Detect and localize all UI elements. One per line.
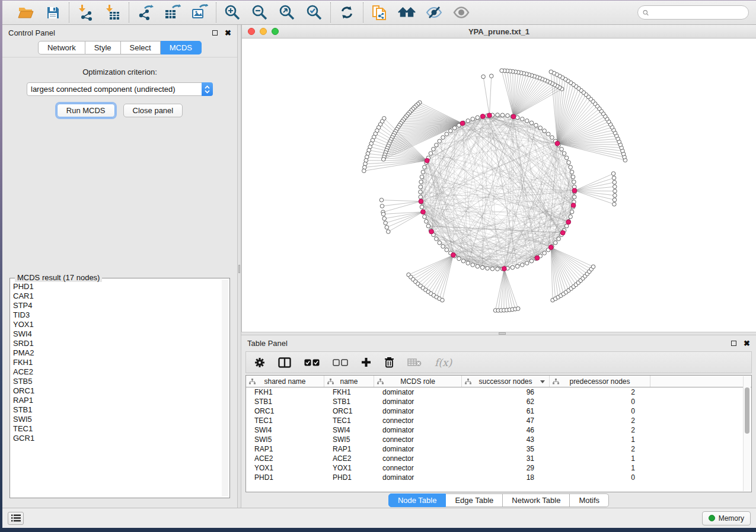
close-panel-icon[interactable]: ✖ — [225, 29, 231, 37]
table-tab-edge-table[interactable]: Edge Table — [446, 493, 503, 507]
duplicate-network-icon[interactable] — [371, 4, 388, 21]
cell-shared-name[interactable]: SWI4 — [246, 425, 324, 435]
task-history-button[interactable] — [8, 512, 24, 525]
mcds-result-item[interactable]: TID3 — [11, 310, 221, 320]
delete-table-icon[interactable] — [407, 358, 422, 367]
cell-predecessor-nodes[interactable]: 2 — [550, 387, 650, 397]
table-scrollbar[interactable] — [743, 376, 751, 491]
close-panel-button[interactable]: Close panel — [123, 104, 183, 117]
table-row[interactable]: FKH1FKH1dominator962 — [246, 387, 751, 397]
cell-MCDS-role[interactable]: dominator — [374, 406, 462, 416]
cell-name[interactable]: SWI5 — [324, 435, 374, 444]
table-row[interactable]: ACE2ACE2connector311 — [246, 454, 751, 463]
mcds-result-item[interactable]: STP4 — [11, 301, 221, 310]
cell-predecessor-nodes[interactable]: 2 — [550, 444, 650, 454]
select-all-checkboxes-icon[interactable] — [304, 359, 320, 366]
table-tab-motifs[interactable]: Motifs — [570, 493, 609, 507]
cell-predecessor-nodes[interactable]: 2 — [550, 425, 650, 435]
mcds-result-item[interactable]: RAP1 — [11, 396, 221, 405]
cell-name[interactable]: TEC1 — [324, 416, 374, 425]
cell-shared-name[interactable]: ACE2 — [246, 454, 324, 463]
splitter-handle[interactable] — [499, 332, 506, 335]
cell-shared-name[interactable]: ORC1 — [246, 406, 324, 416]
delete-column-icon[interactable] — [384, 357, 394, 368]
hide-selected-icon[interactable] — [425, 4, 443, 21]
mcds-result-item[interactable]: TEC1 — [11, 424, 221, 434]
cell-successor-nodes[interactable]: 61 — [462, 406, 550, 416]
export-image-icon[interactable] — [191, 4, 209, 21]
cell-successor-nodes[interactable]: 29 — [462, 463, 550, 473]
cell-name[interactable]: SWI4 — [324, 425, 374, 435]
zoom-selected-icon[interactable] — [305, 4, 323, 21]
cell-name[interactable]: RAP1 — [324, 444, 374, 454]
cell-shared-name[interactable]: RAP1 — [246, 444, 324, 454]
close-panel-icon[interactable]: ✖ — [744, 339, 750, 347]
cell-predecessor-nodes[interactable]: 1 — [550, 435, 650, 444]
mcds-result-item[interactable]: ORC1 — [11, 386, 221, 396]
first-neighbors-icon[interactable] — [398, 4, 416, 21]
cell-MCDS-role[interactable]: connector — [374, 454, 462, 463]
import-table-icon[interactable] — [104, 4, 122, 21]
cell-shared-name[interactable]: SWI5 — [246, 435, 324, 444]
cell-name[interactable]: FKH1 — [324, 387, 374, 397]
cell-predecessor-nodes[interactable]: 0 — [550, 397, 650, 406]
float-panel-icon[interactable] — [731, 341, 736, 346]
refresh-icon[interactable] — [338, 4, 356, 21]
column-header-successor-nodes[interactable]: successor nodes — [462, 376, 550, 387]
table-tab-network-table[interactable]: Network Table — [503, 493, 570, 507]
tab-mcds[interactable]: MCDS — [161, 41, 202, 55]
cell-successor-nodes[interactable]: 35 — [462, 444, 550, 454]
column-header-name[interactable]: name — [324, 376, 374, 387]
cell-name[interactable]: YOX1 — [324, 463, 374, 473]
column-header-predecessor-nodes[interactable]: predecessor nodes — [550, 376, 650, 387]
cell-shared-name[interactable]: PHD1 — [246, 473, 324, 482]
export-network-icon[interactable] — [136, 4, 154, 21]
save-icon[interactable] — [44, 4, 62, 21]
zoom-in-icon[interactable] — [224, 4, 241, 21]
mcds-result-item[interactable]: FKH1 — [11, 358, 221, 367]
cell-shared-name[interactable]: YOX1 — [246, 463, 324, 473]
mcds-result-item[interactable]: STB1 — [11, 405, 221, 415]
show-all-icon[interactable] — [452, 4, 470, 21]
cell-MCDS-role[interactable]: dominator — [374, 387, 462, 397]
cell-MCDS-role[interactable]: dominator — [374, 397, 462, 406]
tab-network[interactable]: Network — [38, 41, 85, 55]
cell-MCDS-role[interactable]: connector — [374, 416, 462, 425]
float-panel-icon[interactable] — [212, 30, 218, 36]
table-row[interactable]: TEC1TEC1connector472 — [246, 416, 751, 425]
function-builder-icon[interactable]: f(x) — [435, 357, 452, 368]
mcds-result-item[interactable]: PHD1 — [11, 282, 221, 291]
open-folder-icon[interactable] — [17, 4, 34, 21]
import-network-icon[interactable] — [76, 4, 94, 21]
cell-predecessor-nodes[interactable]: 1 — [550, 463, 650, 473]
cell-successor-nodes[interactable]: 62 — [462, 397, 550, 406]
cell-name[interactable]: PHD1 — [324, 473, 374, 482]
mcds-result-list[interactable]: PHD1CAR1STP4TID3YOX1SWI4SRD1PMA2FKH1ACE2… — [11, 282, 221, 496]
cell-successor-nodes[interactable]: 31 — [462, 454, 550, 463]
column-header-shared-name[interactable]: shared name — [246, 376, 324, 387]
cell-name[interactable]: ORC1 — [324, 406, 374, 416]
mcds-result-item[interactable]: SWI5 — [11, 415, 221, 424]
mcds-result-item[interactable]: PMA2 — [11, 348, 221, 358]
mcds-result-item[interactable]: SRD1 — [11, 339, 221, 348]
table-row[interactable]: SWI4SWI4dominator462 — [246, 425, 751, 435]
cell-successor-nodes[interactable]: 18 — [462, 473, 550, 482]
search-input[interactable] — [652, 8, 744, 17]
cell-name[interactable]: ACE2 — [324, 454, 374, 463]
cell-predecessor-nodes[interactable]: 0 — [550, 406, 650, 416]
cell-predecessor-nodes[interactable]: 0 — [550, 473, 650, 482]
cell-predecessor-nodes[interactable]: 2 — [550, 416, 650, 425]
run-mcds-button[interactable]: Run MCDS — [57, 104, 115, 117]
memory-button[interactable]: Memory — [702, 511, 751, 525]
gear-icon[interactable] — [254, 357, 265, 368]
mcds-list-scrollbar[interactable] — [222, 280, 228, 496]
add-column-icon[interactable] — [361, 357, 371, 367]
cell-shared-name[interactable]: TEC1 — [246, 416, 324, 425]
cell-successor-nodes[interactable]: 47 — [462, 416, 550, 425]
cell-MCDS-role[interactable]: dominator — [374, 444, 462, 454]
horizontal-splitter[interactable] — [241, 332, 756, 335]
table-row[interactable]: ORC1ORC1dominator610 — [246, 406, 751, 416]
tab-select[interactable]: Select — [121, 41, 161, 55]
cell-MCDS-role[interactable]: dominator — [374, 473, 462, 482]
splitter-handle[interactable] — [238, 265, 240, 273]
